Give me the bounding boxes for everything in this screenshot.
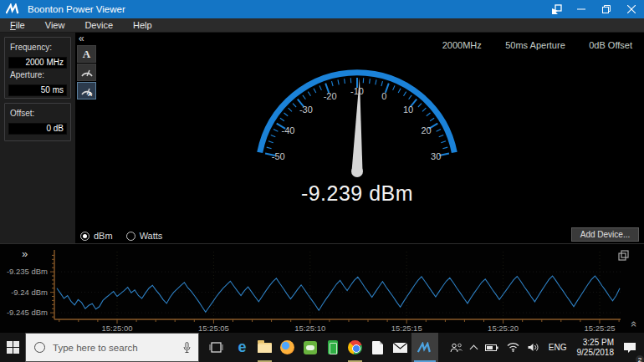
taskbar-file-explorer-button[interactable] <box>253 333 276 362</box>
status-aperture: 50ms Aperture <box>505 40 565 50</box>
svg-text:30: 30 <box>431 151 441 161</box>
taskbar-power-analyzer-button[interactable] <box>321 333 344 362</box>
radio-label: dBm <box>94 231 113 241</box>
tray-overflow-button[interactable] <box>467 333 481 362</box>
speaker-icon <box>528 343 539 352</box>
unit-selector: dBmWatts <box>80 231 176 241</box>
strip-chart-panel: » -9.235 dBm-9.24 dBm-9.245 dBm15:25:001… <box>0 243 644 333</box>
document-icon <box>372 341 383 354</box>
taskbar-boonton-button[interactable] <box>411 333 438 362</box>
menu-item-device[interactable]: Device <box>74 19 123 31</box>
microphone-icon[interactable] <box>183 342 191 353</box>
collapse-panel-icon[interactable]: « <box>79 34 99 43</box>
svg-text:0: 0 <box>381 91 386 101</box>
windows-taskbar: Type here to search e <box>0 333 644 362</box>
radio-label: Watts <box>140 231 163 241</box>
wifi-icon <box>507 343 519 352</box>
edge-icon: e <box>238 339 246 356</box>
windows-logo-icon <box>7 341 19 354</box>
svg-text:A: A <box>88 91 92 96</box>
chevron-up-icon <box>469 344 478 353</box>
gauge-needle-hub <box>351 166 363 177</box>
clock[interactable]: 3:25 PM 9/25/2018 <box>572 338 620 358</box>
start-button[interactable] <box>0 333 25 362</box>
power-reading: -9.239 dBm <box>75 181 639 206</box>
offset-group: Offset: <box>4 103 71 141</box>
svg-text:15:25:05: 15:25:05 <box>198 324 229 333</box>
offset-input[interactable] <box>8 123 67 135</box>
radio-circle-icon <box>126 232 135 241</box>
chart-x-labels: 15:25:0015:25:0515:25:1015:25:1515:25:20… <box>102 324 616 333</box>
boonton-taskbar-icon <box>417 342 433 354</box>
taskbar-mail-button[interactable] <box>389 333 411 362</box>
view-toolbar: « A A <box>77 34 99 100</box>
svg-text:10: 10 <box>403 105 413 115</box>
menu-item-file[interactable]: File <box>0 19 35 31</box>
chart-gridlines <box>54 252 621 319</box>
menu-item-help[interactable]: Help <box>123 19 162 31</box>
svg-text:-20: -20 <box>324 91 337 101</box>
svg-text:15:25:00: 15:25:00 <box>102 324 133 333</box>
settings-panel: Frequency: Aperture: Offset: <box>0 33 75 243</box>
analog-meter-button[interactable] <box>77 64 96 81</box>
svg-text:-9.235 dBm: -9.235 dBm <box>7 267 48 276</box>
notification-badge: 2 <box>636 355 644 362</box>
frequency-label: Frequency: <box>10 43 67 52</box>
app-window: Boonton Power Viewer FileViewDeviceHelp … <box>0 0 644 362</box>
taskbar-firefox-button[interactable] <box>276 333 299 362</box>
battery-button[interactable] <box>481 333 503 362</box>
language-indicator[interactable]: ENG <box>544 333 572 362</box>
taskbar-edge-button[interactable]: e <box>231 333 253 362</box>
svg-text:-9.24 dBm: -9.24 dBm <box>11 288 48 297</box>
svg-text:15:25:25: 15:25:25 <box>585 324 616 333</box>
taskbar-green-app-button[interactable] <box>299 333 321 362</box>
frequency-input[interactable] <box>8 57 67 69</box>
minimize-button[interactable] <box>569 0 594 18</box>
aperture-input[interactable] <box>8 84 67 96</box>
expand-panel-icon[interactable]: » <box>22 247 28 260</box>
svg-text:15:25:20: 15:25:20 <box>488 324 519 333</box>
restore-button[interactable] <box>594 0 619 18</box>
gauge-icon <box>80 67 94 78</box>
svg-text:-10: -10 <box>350 86 364 96</box>
notification-icon <box>623 342 636 354</box>
svg-text:-30: -30 <box>299 105 313 115</box>
search-box[interactable]: Type here to search <box>25 333 199 362</box>
menu-item-view[interactable]: View <box>35 19 75 31</box>
window-title: Boonton Power Viewer <box>28 4 125 14</box>
task-view-icon[interactable] <box>209 341 223 354</box>
search-placeholder: Type here to search <box>53 343 183 353</box>
selection-mode-icon[interactable] <box>544 0 569 18</box>
popout-chart-icon[interactable] <box>618 250 629 261</box>
svg-text:20: 20 <box>421 125 431 135</box>
svg-text:-50: -50 <box>272 151 285 161</box>
firefox-icon <box>280 340 294 354</box>
menu-bar: FileViewDeviceHelp <box>0 18 644 33</box>
strip-chart[interactable]: -9.235 dBm-9.24 dBm-9.245 dBm15:25:0015:… <box>0 244 644 334</box>
svg-text:15:25:15: 15:25:15 <box>391 324 422 333</box>
analog-gauge: -50-40-30-20-100102030 <box>201 38 514 190</box>
text-display-button[interactable]: A <box>77 45 96 63</box>
taskbar-document-button[interactable] <box>366 333 389 362</box>
status-offset: 0dB Offset <box>589 40 632 50</box>
taskbar-chrome-button[interactable] <box>344 333 366 362</box>
chart-collapse-up-icon[interactable]: « <box>628 321 641 327</box>
tray-date: 9/25/2018 <box>577 348 615 358</box>
radio-watts[interactable]: Watts <box>126 231 163 241</box>
analog-meter-auto-button[interactable]: A <box>77 82 96 99</box>
frequency-aperture-group: Frequency: Aperture: <box>4 37 71 99</box>
title-bar: Boonton Power Viewer <box>0 0 644 18</box>
close-button[interactable] <box>619 0 644 18</box>
svg-text:-9.245 dBm: -9.245 dBm <box>7 308 48 317</box>
wifi-button[interactable] <box>503 333 524 362</box>
svg-text:-40: -40 <box>282 125 295 135</box>
offset-label: Offset: <box>10 109 67 118</box>
mail-icon <box>393 343 407 353</box>
add-device-button[interactable]: Add Device... <box>571 227 639 242</box>
volume-button[interactable] <box>524 333 544 362</box>
action-center-button[interactable]: 2 <box>619 333 641 362</box>
radio-dbm[interactable]: dBm <box>80 231 113 241</box>
people-button[interactable] <box>446 333 467 362</box>
chart-y-labels: -9.235 dBm-9.24 dBm-9.245 dBm <box>7 267 48 317</box>
radio-circle-icon <box>80 232 89 241</box>
